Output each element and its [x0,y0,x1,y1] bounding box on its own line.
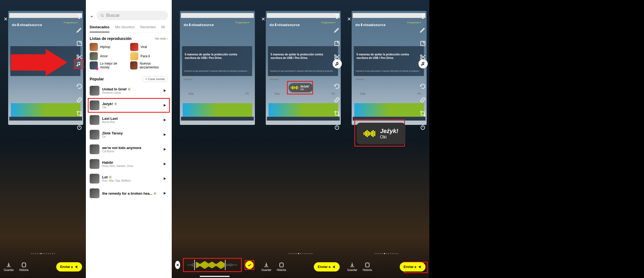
confirm-trim-button[interactable] [245,261,254,269]
playlist-grid: Hiphop Viral Amor Para ti Lo mejor de Vo… [86,43,172,72]
story-button[interactable]: Historia [363,262,372,271]
tab-favoritos[interactable]: Mis favoritos [115,25,135,32]
close-icon[interactable]: × [261,15,265,23]
song-row[interactable]: LotEKizo, Wac Toja, BeMelo [89,172,169,185]
pencil-icon[interactable] [419,26,427,34]
playlist-item[interactable]: Hiphop [90,43,127,51]
trim-waveform-highlight [183,258,242,272]
play-icon[interactable] [161,146,168,153]
sticker-icon[interactable] [76,40,83,47]
song-row[interactable]: United In GriefEKendrick Lamar [89,84,169,97]
tab-destacados[interactable]: Destacados [90,25,110,32]
tag-windows: Windows [184,78,192,81]
big-chip-artist: Oki [380,135,398,140]
play-icon[interactable] [161,161,168,167]
svg-rect-0 [77,41,82,46]
chip-artist: Oki [300,88,310,91]
story-label: Historia [19,268,29,271]
trim-waveform[interactable] [184,260,240,270]
playlist-item[interactable]: Viral [130,43,168,51]
music-active-icon[interactable] [333,59,342,68]
play-icon[interactable] [161,87,168,94]
svg-point-12 [420,55,422,56]
tab-mi[interactable]: Mi [161,25,165,32]
music-chip[interactable]: Jeżyk! Oki [289,83,313,92]
chip-title: Jeżyk! [300,85,310,88]
play-icon[interactable] [161,131,168,138]
see-all-link[interactable]: Ver todo › [155,37,168,40]
song-row[interactable]: HabibiRicky Rich, Dardan, Zuna [89,157,169,170]
pencil-icon[interactable] [76,26,83,34]
playlist-item[interactable]: Para ti [130,52,168,60]
text-icon[interactable] [76,12,83,20]
song-row[interactable]: Jeżyk!EOki [89,99,169,112]
save-button[interactable]: Guardar [347,262,357,271]
pencil-icon[interactable] [333,26,341,34]
music-icon-highlight[interactable] [74,59,84,69]
svg-rect-4 [22,263,26,267]
tag-windows: Windows [355,78,364,81]
song-row[interactable]: we're not kids anymoreCat Burns [89,143,169,156]
loop-icon[interactable] [419,83,427,90]
article-title: 5 maneras de quitar la protección contra… [185,53,246,60]
save-button[interactable]: Guardar [4,262,14,271]
create-sound-button[interactable]: + Crear sonido [142,76,168,82]
play-icon[interactable] [161,190,168,197]
text-icon[interactable] [419,12,427,20]
save-button[interactable]: Guardar [261,262,271,271]
play-icon[interactable] [161,175,168,182]
crop-icon[interactable] [76,110,83,117]
crop-icon[interactable] [333,110,341,117]
playlist-item[interactable]: Lo mejor de Voisey [90,61,127,70]
red-arrow-annotation [11,49,73,79]
link-icon[interactable] [333,96,341,104]
article-subtitle: Tutorial en el que aprenderás 5 maneras … [355,70,424,72]
svg-rect-11 [421,41,425,46]
playlist-item[interactable]: Amor [90,52,127,60]
close-icon[interactable]: × [4,15,8,23]
programas-label: Programas ▾ [235,21,249,24]
text-icon[interactable] [333,12,341,20]
link-icon[interactable] [419,96,427,104]
timer-icon[interactable] [419,123,427,131]
sticker-icon[interactable] [333,40,341,47]
crop-icon[interactable] [419,110,427,117]
playlists-title: Listas de reproducción [90,36,132,41]
song-row[interactable]: Złote TarasyOx [89,128,169,141]
svg-point-5 [101,14,103,16]
brand-logo: do⬇nloadsource [270,23,300,27]
pagination-dots [31,253,55,254]
article-title: 5 maneras de quitar la protección contra… [357,53,417,60]
story-button[interactable]: Historia [19,262,29,271]
loop-icon[interactable] [76,83,83,90]
search-placeholder: Buscar [106,13,120,18]
song-row[interactable]: Last LastBurna Boy [89,113,169,127]
send-button[interactable]: Enviar a [400,262,426,271]
song-row[interactable]: the remedy for a broken hea...E [89,187,169,200]
tag-windows: Windows [270,78,278,81]
send-button[interactable]: Enviar a [314,262,340,271]
brand-logo: do⬇nloadsource [355,23,386,27]
play-icon[interactable] [161,117,168,123]
timer-icon[interactable] [333,123,341,131]
tab-recientes[interactable]: Recientes [140,25,156,32]
collapse-icon[interactable]: ⌄ [90,12,94,18]
svg-rect-15 [365,263,369,267]
play-icon[interactable] [161,102,168,109]
timer-icon[interactable] [76,123,83,131]
pagination-dots [289,253,312,254]
send-button[interactable]: Enviar a [56,262,82,271]
story-button[interactable]: Historia [277,262,286,271]
sticker-icon[interactable] [419,40,427,47]
article-subtitle: Tutorial en el que aprenderás 5 maneras … [184,70,252,72]
article-subtitle: Tutorial en el que aprenderás 5 maneras … [270,70,338,72]
playlist-item[interactable]: Nuevos lanzamientos [130,61,168,70]
music-active-icon[interactable] [418,59,428,68]
music-chip-large[interactable]: Jeżyk! Oki [357,123,405,144]
close-icon[interactable]: × [347,15,351,23]
cancel-trim-button[interactable]: ✕ [175,261,180,269]
link-icon[interactable] [76,96,83,104]
loop-icon[interactable] [333,83,341,90]
svg-point-8 [334,58,336,59]
search-input[interactable]: Buscar [96,11,168,20]
